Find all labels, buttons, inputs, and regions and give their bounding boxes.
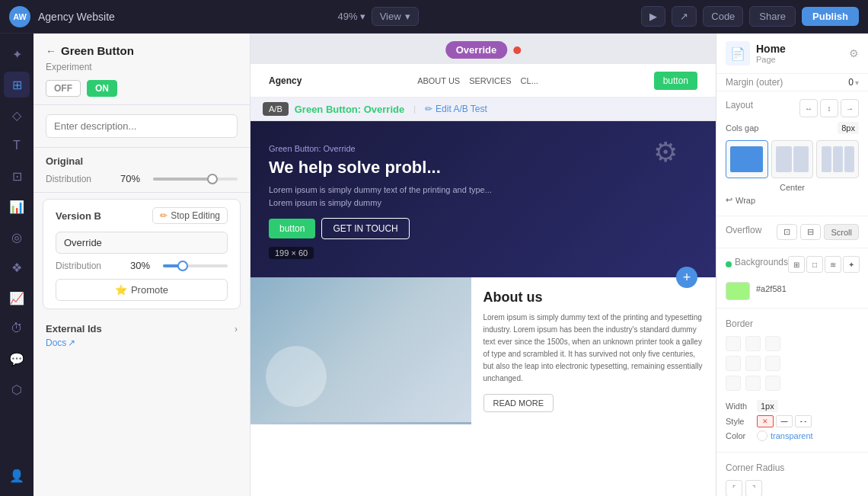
- app-title: Agency Website: [38, 11, 115, 23]
- style-opt-solid[interactable]: —: [776, 415, 793, 427]
- zoom-percent[interactable]: 49% ▾: [338, 11, 365, 22]
- nav-cta-button[interactable]: button: [654, 72, 697, 90]
- extensions-icon[interactable]: ⬡: [4, 376, 30, 402]
- read-more-button[interactable]: READ MORE: [483, 394, 554, 412]
- canvas-inner: Override Agency ABOUT US SERVICES CL... …: [251, 34, 716, 496]
- nav-link-services[interactable]: SERVICES: [469, 76, 511, 85]
- cursor-icon[interactable]: ✦: [4, 41, 30, 67]
- bg-btn-4[interactable]: ✦: [843, 256, 860, 273]
- edit-abtest-link[interactable]: ✏ Edit A/B Test: [425, 104, 487, 114]
- history-icon[interactable]: ⏱: [4, 315, 30, 341]
- layout-option-1col[interactable]: [726, 140, 768, 178]
- cols-gap-value[interactable]: 8px: [838, 122, 859, 134]
- bg-btn-3[interactable]: ≋: [825, 256, 841, 273]
- description-input[interactable]: [46, 114, 238, 138]
- border-tl[interactable]: [726, 336, 741, 351]
- toggle-off-button[interactable]: OFF: [46, 80, 81, 97]
- back-button[interactable]: ← Green Button: [46, 44, 238, 57]
- analytics-icon[interactable]: 📈: [4, 285, 30, 311]
- publish-button[interactable]: Publish: [802, 7, 859, 26]
- home-row: 📄 Home Page ⚙: [716, 34, 868, 74]
- page-icon: 📄: [726, 41, 750, 66]
- hero-btn-secondary[interactable]: GET IN TOUCH: [321, 218, 409, 239]
- user-icon[interactable]: 👤: [4, 462, 30, 488]
- style-opt-dashed[interactable]: - -: [795, 415, 812, 427]
- border-mc[interactable]: [745, 356, 761, 371]
- components-icon[interactable]: ❖: [4, 254, 30, 280]
- border-mr[interactable]: [765, 356, 780, 371]
- add-button[interactable]: +: [676, 267, 697, 288]
- border-br[interactable]: [765, 376, 780, 391]
- left-panel: ← Green Button Experiment OFF ON Origina…: [34, 34, 251, 496]
- chevron-icon: ›: [235, 324, 238, 334]
- view-button[interactable]: View▾: [372, 7, 419, 26]
- export-button[interactable]: ↗: [672, 6, 697, 27]
- text-icon[interactable]: T: [4, 133, 30, 158]
- version-b-name-input[interactable]: [56, 232, 228, 254]
- margin-value[interactable]: 0 ▾: [848, 77, 859, 88]
- border-style-label: Style: [726, 417, 752, 426]
- size-badge-row: 199 × 60: [269, 247, 697, 259]
- overflow-scroll-btn[interactable]: Scroll: [824, 224, 859, 240]
- layers-icon[interactable]: ⊞: [4, 72, 30, 98]
- corner-tl[interactable]: ⌜: [726, 480, 742, 496]
- nav-link-about[interactable]: ABOUT US: [417, 76, 460, 85]
- version-b-percent: 30%: [130, 260, 157, 271]
- wrap-option[interactable]: ↩ Wrap: [726, 192, 859, 208]
- corner-tr[interactable]: ⌝: [745, 480, 762, 496]
- external-ids-header[interactable]: External Ids ›: [46, 323, 238, 334]
- target-icon[interactable]: ◎: [4, 224, 30, 250]
- bg-btn-2[interactable]: □: [806, 256, 823, 273]
- share-button[interactable]: Share: [749, 6, 796, 27]
- about-image: [251, 277, 471, 424]
- layout-icon-2[interactable]: ↕: [820, 99, 838, 117]
- stop-editing-button[interactable]: ✏ Stop Editing: [152, 207, 228, 224]
- border-section: Border Width 1px Style ✕: [716, 309, 868, 453]
- settings-icon[interactable]: ⚙: [849, 47, 859, 59]
- bg-btn-1[interactable]: ⊞: [788, 256, 805, 273]
- version-b-slider[interactable]: [163, 263, 228, 269]
- media-icon[interactable]: ⊡: [4, 163, 30, 189]
- border-bl[interactable]: [726, 376, 741, 391]
- hero-heading: We help solve probl...: [269, 158, 697, 178]
- original-slider[interactable]: [153, 176, 238, 182]
- comments-icon[interactable]: 💬: [4, 346, 30, 372]
- about-content: About us Lorem ipsum is simply dummy tex…: [471, 277, 716, 424]
- main-layout: ✦ ⊞ ◇ T ⊡ 📊 ◎ ❖ 📈 ⏱ 💬 ⬡ 👤 ← Green Button…: [0, 34, 868, 496]
- override-dot: [513, 46, 521, 54]
- border-color-row: Color transparent: [726, 430, 859, 441]
- hero-desc: Lorem ipsum is simply dummy text of the …: [269, 184, 697, 209]
- backgrounds-section: Backgrounds ⊞ □ ≋ ✦ #a2f581: [716, 248, 868, 309]
- backgrounds-title: Backgrounds: [735, 257, 788, 267]
- border-bc[interactable]: [745, 376, 761, 391]
- border-tr[interactable]: [765, 336, 780, 351]
- overflow-btn-1[interactable]: ⊡: [777, 224, 797, 240]
- original-label: Original: [46, 155, 238, 167]
- layout-icon-1[interactable]: ↔: [799, 99, 818, 117]
- layout-option-3col[interactable]: [816, 140, 859, 178]
- bg-color-hex: #a2f581: [756, 284, 787, 293]
- nav-link-cl[interactable]: CL...: [521, 76, 538, 85]
- overflow-section: Overflow ⊡ ⊟ Scroll: [716, 216, 868, 248]
- about-text: Lorem ipsum is simply dummy text of the …: [483, 312, 704, 385]
- star-icon: ⭐: [115, 284, 127, 296]
- style-opt-x[interactable]: ✕: [757, 415, 774, 427]
- toggle-on-button[interactable]: ON: [87, 80, 117, 97]
- hero-buttons: button GET IN TOUCH: [269, 218, 697, 239]
- overflow-btn-2[interactable]: ⊟: [800, 224, 821, 240]
- shapes-icon[interactable]: ◇: [4, 102, 30, 128]
- promote-button[interactable]: ⭐ Promote: [56, 279, 228, 301]
- layout-option-2col[interactable]: [771, 140, 814, 178]
- layout-icon-3[interactable]: →: [841, 99, 859, 117]
- style-options: ✕ — - -: [757, 415, 812, 427]
- border-width-value[interactable]: 1px: [757, 400, 778, 412]
- chart-icon[interactable]: 📊: [4, 194, 30, 219]
- bg-color-swatch[interactable]: [726, 282, 750, 300]
- border-tc[interactable]: [745, 336, 761, 351]
- code-button[interactable]: Code: [703, 6, 743, 27]
- about-heading: About us: [483, 290, 704, 306]
- border-ml[interactable]: [726, 356, 741, 371]
- play-button[interactable]: ▶: [641, 6, 665, 27]
- hero-btn-primary[interactable]: button: [269, 219, 315, 238]
- docs-link[interactable]: Docs ↗: [46, 338, 238, 348]
